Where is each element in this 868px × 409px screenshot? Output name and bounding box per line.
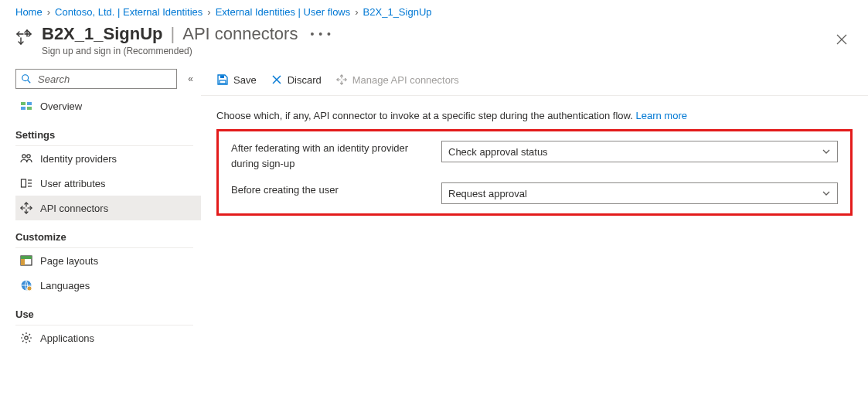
sidebar-item-languages[interactable]: Languages — [15, 273, 201, 298]
svg-rect-28 — [220, 80, 226, 84]
attributes-icon — [20, 177, 32, 189]
form-label: After federating with an identity provid… — [231, 141, 432, 172]
form-row-before-creating: Before creating the user Request approva… — [231, 182, 838, 204]
select-value: Check approval status — [448, 146, 548, 158]
svg-point-6 — [22, 75, 29, 81]
learn-more-link[interactable]: Learn more — [635, 110, 686, 121]
svg-line-7 — [28, 80, 31, 84]
manage-icon — [335, 73, 348, 86]
select-after-federating[interactable]: Check approval status — [441, 141, 838, 162]
sidebar-item-label: Applications — [40, 332, 94, 344]
page-title: B2X_1_SignUp | API connectors • • • — [42, 24, 332, 44]
page-header: B2X_1_SignUp | API connectors • • • Sign… — [0, 21, 868, 63]
close-icon — [836, 34, 847, 45]
close-button[interactable] — [831, 29, 853, 50]
sidebar-item-label: Identity providers — [40, 153, 117, 165]
sidebar-item-label: Overview — [40, 101, 82, 112]
svg-rect-8 — [21, 102, 26, 105]
search-box[interactable] — [15, 69, 177, 89]
breadcrumb: Home › Contoso, Ltd. | External Identiti… — [0, 0, 868, 21]
search-icon — [21, 73, 32, 84]
toolbar: Save Discard Manage API connectors — [201, 64, 868, 96]
sidebar-item-overview[interactable]: Overview — [15, 94, 201, 118]
intro-text: Choose which, if any, API connector to i… — [216, 110, 853, 121]
sidebar-section-customize: Customize — [15, 220, 193, 248]
toolbar-label: Discard — [288, 74, 322, 86]
overview-icon — [20, 100, 32, 112]
chevron-down-icon — [822, 147, 831, 156]
chevron-right-icon: › — [355, 6, 358, 18]
sidebar-section-settings: Settings — [15, 118, 193, 146]
svg-rect-29 — [220, 76, 224, 79]
chevron-down-icon — [822, 189, 831, 198]
chevron-double-left-icon: « — [188, 73, 193, 84]
sidebar-item-label: API connectors — [40, 203, 108, 214]
svg-point-26 — [27, 286, 32, 291]
select-value: Request approval — [448, 188, 527, 199]
svg-rect-11 — [27, 107, 32, 110]
svg-point-13 — [27, 155, 30, 158]
main-content: Save Discard Manage API connectors Choos… — [201, 63, 868, 350]
sidebar-item-identity-providers[interactable]: Identity providers — [15, 146, 201, 171]
sidebar-item-label: Languages — [40, 280, 90, 291]
select-before-creating[interactable]: Request approval — [441, 182, 838, 204]
sidebar-item-api-connectors[interactable]: API connectors — [15, 196, 201, 220]
people-icon — [20, 152, 32, 165]
highlight-box: After federating with an identity provid… — [216, 129, 853, 216]
expand-arrows-icon[interactable] — [15, 29, 32, 46]
discard-icon — [271, 73, 283, 86]
svg-rect-10 — [21, 107, 26, 110]
toolbar-label: Manage API connectors — [352, 74, 459, 86]
save-button[interactable]: Save — [216, 73, 257, 86]
sidebar-item-label: Page layouts — [40, 255, 98, 267]
sidebar-item-page-layouts[interactable]: Page layouts — [15, 248, 201, 273]
svg-point-27 — [25, 336, 28, 339]
sidebar-item-label: User attributes — [40, 178, 106, 189]
toolbar-label: Save — [233, 74, 257, 86]
sidebar-item-user-attributes[interactable]: User attributes — [15, 171, 201, 196]
discard-button[interactable]: Discard — [271, 73, 322, 86]
layouts-icon — [20, 254, 32, 267]
collapse-sidebar-button[interactable]: « — [185, 72, 196, 86]
chevron-right-icon: › — [47, 6, 50, 18]
manage-api-connectors-button[interactable]: Manage API connectors — [335, 73, 459, 86]
svg-rect-24 — [21, 259, 25, 265]
form-label: Before creating the user — [231, 182, 432, 198]
gear-icon — [20, 332, 32, 344]
svg-rect-23 — [21, 256, 32, 259]
globe-icon — [20, 279, 32, 291]
sidebar-item-applications[interactable]: Applications — [15, 325, 201, 350]
more-actions-icon[interactable]: • • • — [304, 28, 331, 40]
breadcrumb-contoso[interactable]: Contoso, Ltd. | External Identities — [55, 6, 203, 18]
breadcrumb-userflows[interactable]: External Identities | User flows — [216, 6, 351, 18]
breadcrumb-home[interactable]: Home — [15, 6, 43, 18]
chevron-right-icon: › — [207, 6, 210, 18]
page-title-main: B2X_1_SignUp — [42, 24, 163, 44]
sidebar: « Overview Settings Identity providers U… — [0, 63, 201, 350]
page-title-sub: API connectors — [182, 24, 298, 44]
page-subtitle: Sign up and sign in (Recommended) — [42, 46, 332, 56]
save-icon — [216, 73, 229, 86]
svg-point-12 — [22, 155, 26, 158]
svg-rect-9 — [27, 102, 32, 105]
svg-rect-14 — [22, 179, 26, 187]
sidebar-section-use: Use — [15, 298, 193, 325]
breadcrumb-current[interactable]: B2X_1_SignUp — [363, 6, 432, 18]
connectors-icon — [20, 202, 32, 214]
search-input[interactable] — [36, 73, 172, 86]
form-row-after-federating: After federating with an identity provid… — [231, 141, 838, 172]
